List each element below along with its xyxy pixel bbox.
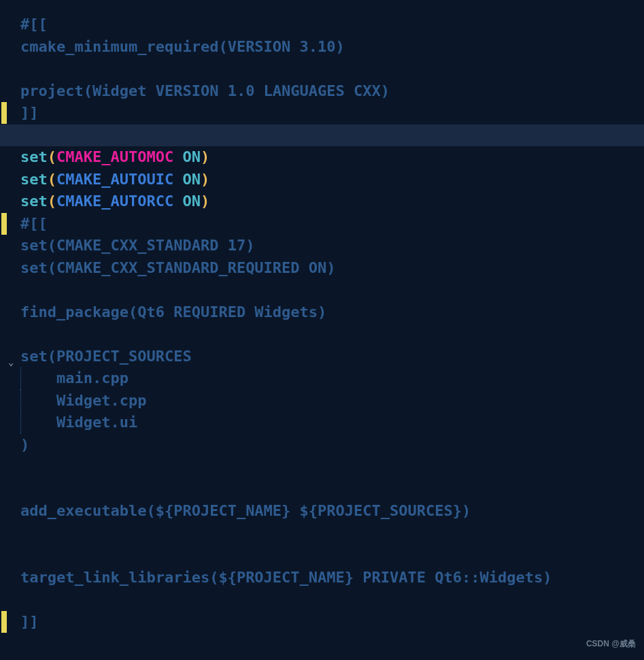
code-line[interactable]: main.cpp <box>20 367 644 390</box>
editor-gutter: ⌄ <box>0 0 20 660</box>
comment-text: set(PROJECT_SOURCES <box>20 348 192 365</box>
code-line[interactable] <box>20 125 644 147</box>
watermark-text: CSDN @威桑 <box>586 633 636 655</box>
code-line[interactable]: find_package(Qt6 REQUIRED Widgets) <box>20 301 644 324</box>
variable: CMAKE_AUTOUIC <box>56 171 173 188</box>
comment-text: Widget.ui <box>20 414 137 431</box>
value: ON <box>182 193 201 210</box>
value: ON <box>182 148 201 165</box>
code-line[interactable]: set(PROJECT_SOURCES <box>20 346 644 368</box>
comment-text: ) <box>20 436 29 453</box>
space <box>173 171 182 188</box>
paren: ) <box>201 193 209 210</box>
paren: ( <box>48 193 56 210</box>
comment-text: set(CMAKE_CXX_STANDARD_REQUIRED ON) <box>20 259 336 276</box>
comment-text: project(Widget VERSION 1.0 LANGUAGES CXX… <box>20 82 390 99</box>
code-line[interactable]: set(CMAKE_CXX_STANDARD 17) <box>20 235 644 257</box>
paren: ( <box>48 148 56 165</box>
code-line[interactable] <box>20 523 644 545</box>
comment-open: #[[ <box>20 16 48 33</box>
code-line[interactable]: set(CMAKE_AUTORCC ON) <box>20 191 644 213</box>
code-line[interactable]: #[[ <box>20 14 644 36</box>
code-line[interactable]: ]] <box>20 102 644 125</box>
comment-text: set(CMAKE_CXX_STANDARD 17) <box>20 237 254 254</box>
code-line[interactable]: project(Widget VERSION 1.0 LANGUAGES CXX… <box>20 80 644 103</box>
code-line[interactable]: target_link_libraries(${PROJECT_NAME} PR… <box>20 567 644 589</box>
comment-text: main.cpp <box>20 369 129 386</box>
comment-text: cmake_minimum_required(VERSION 3.10) <box>20 38 345 55</box>
code-line[interactable]: set(CMAKE_AUTOUIC ON) <box>20 169 644 191</box>
gutter-mark <box>1 102 7 124</box>
code-line[interactable]: Widget.ui <box>20 412 644 434</box>
comment-close: ]] <box>20 104 39 121</box>
paren: ) <box>201 148 209 165</box>
comment-text: target_link_libraries(${PROJECT_NAME} PR… <box>20 569 552 586</box>
code-line[interactable] <box>20 589 644 611</box>
code-line[interactable]: #[[ <box>20 213 644 235</box>
code-line[interactable]: cmake_minimum_required(VERSION 3.10) <box>20 36 644 59</box>
comment-text: find_package(Qt6 REQUIRED Widgets) <box>20 303 326 320</box>
code-line[interactable] <box>20 456 644 478</box>
code-line[interactable]: ]] <box>20 611 644 633</box>
keyword: set <box>20 171 48 188</box>
comment-open: #[[ <box>20 215 48 232</box>
code-line[interactable]: set(CMAKE_AUTOMOC ON) <box>20 146 644 169</box>
code-content[interactable]: #[[ cmake_minimum_required(VERSION 3.10)… <box>20 14 644 633</box>
code-line[interactable]: add_executable(${PROJECT_NAME} ${PROJECT… <box>20 500 644 523</box>
value: ON <box>182 171 201 188</box>
comment-text: Widget.cpp <box>20 392 146 409</box>
keyword: set <box>20 148 48 165</box>
code-editor[interactable]: ⌄ #[[ cmake_minimum_required(VERSION 3.1… <box>0 0 644 660</box>
comment-text: add_executable(${PROJECT_NAME} ${PROJECT… <box>20 502 471 519</box>
fold-chevron-icon[interactable]: ⌄ <box>8 351 19 362</box>
space <box>173 193 182 210</box>
code-line[interactable] <box>20 58 644 80</box>
indent-guide <box>20 367 21 390</box>
code-line[interactable] <box>20 544 644 567</box>
code-line[interactable]: ) <box>20 434 644 457</box>
paren: ( <box>48 171 56 188</box>
code-line[interactable]: set(CMAKE_CXX_STANDARD_REQUIRED ON) <box>20 257 644 280</box>
code-line[interactable] <box>20 323 644 346</box>
code-line[interactable]: Widget.cpp <box>20 390 644 412</box>
gutter-mark <box>1 213 7 235</box>
variable: CMAKE_AUTORCC <box>56 193 173 210</box>
code-line[interactable] <box>20 279 644 301</box>
space <box>173 148 182 165</box>
gutter-mark <box>1 611 7 633</box>
variable-highlighted: CMAKE_AUTOMOC <box>56 148 173 165</box>
keyword: set <box>20 193 48 210</box>
indent-guide <box>20 390 21 412</box>
paren: ) <box>201 171 209 188</box>
code-line[interactable] <box>20 478 644 501</box>
comment-close: ]] <box>20 613 39 630</box>
indent-guide <box>20 412 21 434</box>
